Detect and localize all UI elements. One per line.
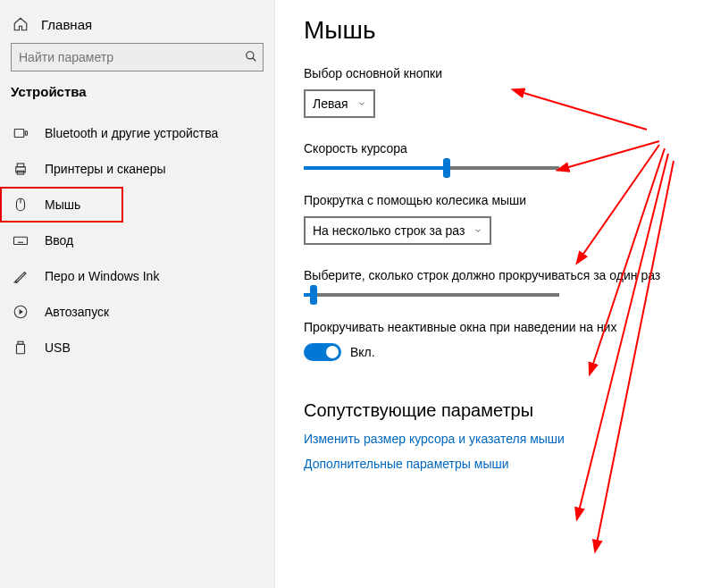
svg-rect-18 xyxy=(17,344,25,354)
sidebar-item-label: USB xyxy=(45,340,71,355)
sidebar-item-pen[interactable]: Перо и Windows Ink xyxy=(0,258,274,294)
svg-point-0 xyxy=(247,51,254,58)
search-input[interactable] xyxy=(11,43,264,71)
sidebar-item-label: Bluetooth и другие устройства xyxy=(45,126,218,140)
home-label: Главная xyxy=(41,17,92,32)
scroll-wheel-group: Прокрутка с помощью колесика мыши На нес… xyxy=(304,193,683,245)
search-field[interactable] xyxy=(19,50,245,64)
primary-button-dropdown[interactable]: Левая xyxy=(304,89,375,118)
home-icon xyxy=(13,16,29,32)
lines-scroll-group: Выберите, сколько строк должно прокручив… xyxy=(304,268,683,297)
sidebar-item-autoplay[interactable]: Автозапуск xyxy=(0,294,274,330)
svg-rect-9 xyxy=(14,237,28,244)
link-additional-mouse[interactable]: Дополнительные параметры мыши xyxy=(304,457,683,471)
primary-button-label: Выбор основной кнопки xyxy=(304,66,683,80)
sidebar-item-label: Автозапуск xyxy=(45,305,109,319)
sidebar-item-label: Перо и Windows Ink xyxy=(45,269,159,283)
sidebar-item-label: Ввод xyxy=(45,233,73,248)
pen-icon xyxy=(13,268,29,284)
link-cursor-size[interactable]: Изменить размер курсора и указателя мыши xyxy=(304,432,683,446)
svg-rect-2 xyxy=(14,130,24,138)
chevron-down-icon xyxy=(357,97,366,111)
lines-scroll-slider[interactable] xyxy=(304,293,559,297)
toggle-state: Вкл. xyxy=(350,345,375,359)
mouse-icon xyxy=(13,197,29,213)
svg-rect-5 xyxy=(17,164,24,167)
sidebar: Главная Устройства Bluetooth и другие ус… xyxy=(0,0,275,588)
scroll-inactive-toggle[interactable] xyxy=(304,343,341,361)
autoplay-icon xyxy=(13,304,29,320)
scroll-wheel-label: Прокрутка с помощью колесика мыши xyxy=(304,193,683,207)
page-title: Мышь xyxy=(304,16,683,45)
sidebar-item-usb[interactable]: USB xyxy=(0,330,274,365)
svg-marker-16 xyxy=(20,309,24,315)
printer-icon xyxy=(13,161,29,177)
lines-scroll-label: Выберите, сколько строк должно прокручив… xyxy=(304,268,683,282)
content-pane: Мышь Выбор основной кнопки Левая Скорост… xyxy=(275,0,712,588)
keyboard-icon xyxy=(13,232,29,248)
sidebar-item-printers[interactable]: Принтеры и сканеры xyxy=(0,151,274,187)
dropdown-value: На несколько строк за раз xyxy=(313,223,465,238)
cursor-speed-group: Скорость курсора xyxy=(304,141,683,170)
sidebar-item-typing[interactable]: Ввод xyxy=(0,223,274,258)
scroll-wheel-dropdown[interactable]: На несколько строк за раз xyxy=(304,216,491,245)
dropdown-value: Левая xyxy=(313,97,348,111)
cursor-speed-slider[interactable] xyxy=(304,166,559,170)
search-icon xyxy=(245,50,257,65)
cursor-speed-label: Скорость курсора xyxy=(304,141,683,155)
svg-line-1 xyxy=(253,57,256,61)
sidebar-item-bluetooth[interactable]: Bluetooth и другие устройства xyxy=(0,115,274,151)
scroll-inactive-label: Прокручивать неактивные окна при наведен… xyxy=(304,320,683,334)
section-title: Устройства xyxy=(0,84,274,99)
usb-icon xyxy=(13,340,29,356)
primary-button-group: Выбор основной кнопки Левая xyxy=(304,66,683,118)
sidebar-item-label: Принтеры и сканеры xyxy=(45,162,165,176)
related-heading: Сопутствующие параметры xyxy=(304,400,683,421)
sidebar-item-mouse[interactable]: Мышь xyxy=(0,187,123,223)
home-button[interactable]: Главная xyxy=(0,11,274,39)
scroll-inactive-group: Прокручивать неактивные окна при наведен… xyxy=(304,320,683,361)
svg-rect-3 xyxy=(25,131,27,136)
chevron-down-icon xyxy=(473,223,482,238)
sidebar-item-label: Мышь xyxy=(45,197,80,212)
bluetooth-icon xyxy=(13,125,29,141)
